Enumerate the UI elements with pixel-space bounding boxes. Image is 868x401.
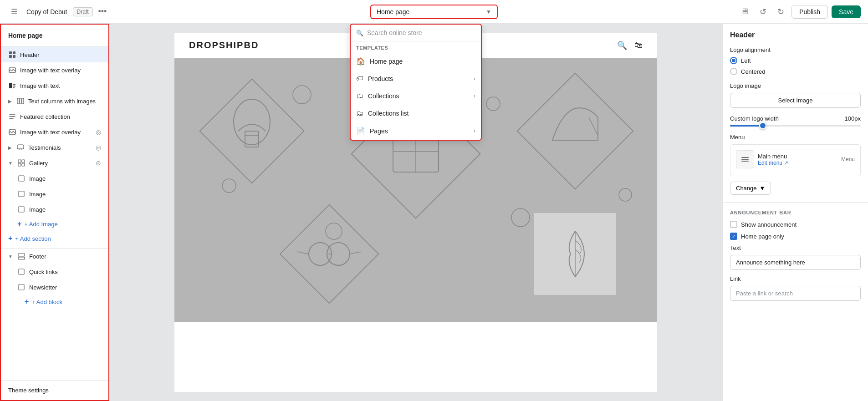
- show-announcement-row[interactable]: Show announcement: [730, 221, 861, 228]
- sidebar-item-label: Testimonials: [28, 144, 92, 151]
- sidebar-item-label: Text columns with images: [28, 98, 101, 105]
- dropdown-item-home[interactable]: 🏠 Home page: [351, 52, 481, 70]
- more-options-button[interactable]: •••: [98, 7, 107, 16]
- show-announcement-label: Show announcement: [741, 221, 797, 228]
- grid-icon: [8, 51, 16, 59]
- desktop-icon[interactable]: 🖥: [737, 5, 752, 18]
- announcement-bar-label: ANNOUNCEMENT BAR: [730, 210, 861, 215]
- sidebar-item-image-text-overlay-2[interactable]: Image with text overlay ◎: [1, 124, 108, 140]
- radio-circle-centered: [730, 68, 737, 75]
- eye-icon[interactable]: ◎: [96, 128, 101, 136]
- svg-rect-6: [13, 84, 15, 85]
- sidebar-item-testimonials[interactable]: ▶ Testimonials ◎: [1, 140, 108, 155]
- sidebar-item-text-columns[interactable]: ▶ Text columns with images: [1, 93, 108, 109]
- footer-icon: [17, 252, 26, 260]
- home-page-only-checkbox[interactable]: ✓: [730, 233, 737, 240]
- page-selector-label: Home page: [377, 8, 409, 15]
- change-button[interactable]: Change ▼: [730, 182, 771, 195]
- plus-icon: +: [8, 234, 12, 243]
- radio-centered-label: Centered: [741, 68, 765, 75]
- topbar-left: ☰ Copy of Debut Draft •••: [7, 5, 107, 18]
- radio-dot: [732, 59, 735, 62]
- sidebar-item-header[interactable]: Header: [1, 47, 108, 62]
- page-selector-dropdown[interactable]: Home page ▼: [370, 5, 498, 19]
- sidebar-item-footer[interactable]: ▼ Footer: [1, 249, 108, 264]
- svg-rect-2: [9, 55, 12, 58]
- sidebar-item-label: Quick links: [29, 269, 101, 275]
- topbar-right: 🖥 ↺ ↻ Publish Save: [737, 5, 861, 19]
- sidebar-item-gallery[interactable]: ▼ Gallery ⊘: [1, 155, 108, 171]
- dropdown-item-collections[interactable]: 🗂 Collections ›: [351, 87, 481, 105]
- link-input[interactable]: [730, 286, 861, 301]
- dropdown-item-products[interactable]: 🏷 Products ›: [351, 70, 481, 87]
- columns-icon: [16, 97, 25, 105]
- announcement-text-input[interactable]: [730, 255, 861, 270]
- collection-icon: [8, 112, 16, 121]
- svg-rect-13: [17, 145, 24, 149]
- slider-thumb[interactable]: [759, 122, 766, 129]
- eye-slash-icon[interactable]: ⊘: [96, 159, 101, 167]
- sidebar-item-gallery-image-1[interactable]: Image: [1, 171, 108, 186]
- select-image-button[interactable]: Select Image: [730, 93, 861, 108]
- panel-title: Header: [730, 31, 861, 39]
- edit-menu-link[interactable]: Edit menu ↗: [758, 160, 788, 166]
- slider-track[interactable]: [730, 125, 861, 127]
- main-layout: Home page Header Image with text overlay…: [0, 24, 868, 401]
- radio-left[interactable]: Left: [730, 57, 861, 64]
- dropdown-item-label: Pages: [370, 127, 388, 135]
- redo-button[interactable]: ↻: [774, 5, 788, 19]
- dropdown-item-collections-list[interactable]: 🗂 Collections list: [351, 105, 481, 122]
- menu-icon[interactable]: ☰: [7, 5, 21, 18]
- sidebar-item-image-with-text[interactable]: Image with text: [1, 78, 108, 93]
- sidebar-item-featured-collection[interactable]: Featured collection: [1, 109, 108, 124]
- sidebar-item-newsletter[interactable]: Newsletter: [1, 279, 108, 295]
- radio-circle-left: [730, 57, 737, 64]
- dropdown-search-input[interactable]: [367, 29, 475, 36]
- link-label: Link: [730, 275, 861, 282]
- svg-rect-21: [18, 257, 25, 259]
- sidebar-item-label: Gallery: [29, 160, 92, 167]
- chevron-right-icon: ›: [474, 93, 475, 99]
- dropdown-item-pages[interactable]: 📄 Pages ›: [351, 122, 481, 140]
- text-label: Text: [730, 244, 861, 251]
- sidebar-item-image-text-overlay-1[interactable]: Image with text overlay: [1, 62, 108, 78]
- frame-icon: [17, 268, 26, 276]
- image-overlay2-icon: [8, 128, 16, 136]
- undo-button[interactable]: ↺: [756, 5, 770, 19]
- slider-label: Custom logo width: [730, 115, 779, 122]
- add-image-button[interactable]: + + Add Image: [1, 217, 108, 231]
- dropdown-section-label: TEMPLATES: [351, 41, 481, 52]
- theme-settings-button[interactable]: Theme settings: [1, 380, 108, 400]
- sidebar-item-label: Header: [20, 51, 101, 58]
- sidebar-item-label: Image: [29, 206, 101, 213]
- logo-alignment-group: Left Centered: [730, 57, 861, 75]
- svg-rect-20: [19, 207, 24, 212]
- add-section-button[interactable]: + + Add section: [1, 231, 108, 246]
- slider-value: 100px: [845, 115, 861, 122]
- svg-rect-15: [22, 160, 25, 162]
- svg-rect-18: [19, 176, 24, 181]
- collapse-icon: ▼: [8, 254, 13, 259]
- announcement-section: ANNOUNCEMENT BAR Show announcement ✓ Hom…: [723, 203, 868, 314]
- radio-centered[interactable]: Centered: [730, 68, 861, 75]
- sidebar-item-quick-links[interactable]: Quick links: [1, 264, 108, 279]
- svg-rect-16: [18, 163, 21, 166]
- svg-rect-19: [19, 191, 24, 197]
- search-icon: 🔍: [356, 30, 363, 36]
- dropdown-item-label: Collections: [368, 92, 399, 100]
- svg-rect-11: [22, 98, 24, 104]
- publish-button[interactable]: Publish: [791, 5, 828, 19]
- search-icon[interactable]: 🔍: [617, 41, 627, 51]
- cart-icon[interactable]: 🛍: [634, 41, 643, 51]
- change-button-label: Change: [736, 185, 757, 192]
- eye-icon[interactable]: ◎: [96, 144, 101, 151]
- page-dropdown: 🔍 TEMPLATES 🏠 Home page 🏷 Products: [350, 24, 482, 141]
- sidebar-item-gallery-image-2[interactable]: Image: [1, 186, 108, 202]
- home-page-only-row[interactable]: ✓ Home page only: [730, 233, 861, 240]
- add-block-button[interactable]: + + Add block: [1, 295, 108, 309]
- show-announcement-checkbox[interactable]: [730, 221, 737, 228]
- save-button[interactable]: Save: [832, 5, 861, 18]
- sidebar-item-label: Image with text overlay: [20, 129, 92, 136]
- draft-badge: Draft: [73, 7, 93, 16]
- sidebar-item-gallery-image-3[interactable]: Image: [1, 202, 108, 217]
